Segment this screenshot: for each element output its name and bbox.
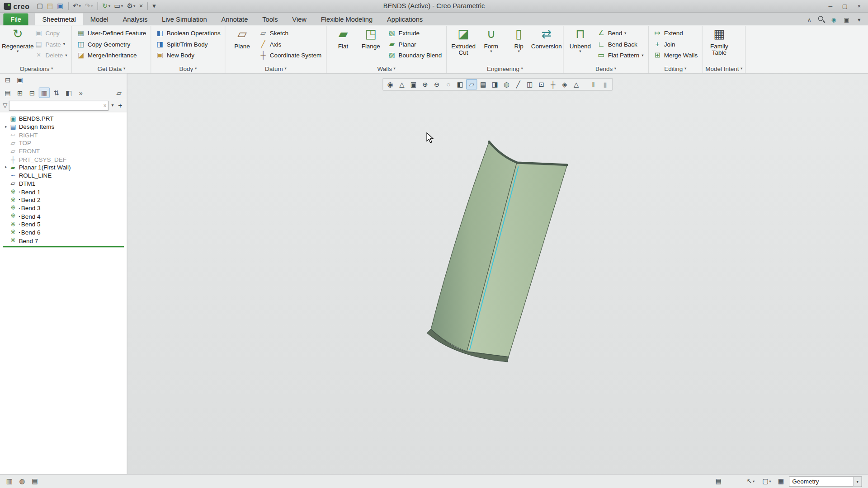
undo-icon[interactable]: ↶ ▾ (71, 1, 82, 11)
filter-funnel-icon[interactable]: ▽ (3, 102, 7, 109)
bend-back-button[interactable]: ∟ Bend Back ▾ (595, 39, 646, 50)
tab-analysis[interactable]: Analysis (116, 13, 155, 25)
filter-dropdown-icon[interactable]: ▾ (110, 103, 115, 108)
saved-orientations-icon[interactable]: ◉ (385, 79, 396, 89)
tab-view[interactable]: View (285, 13, 313, 25)
bend-button[interactable]: ∠ Bend ▾ (595, 28, 646, 38)
boundary-blend-button[interactable]: ▨ Boundary Blend ▾ (386, 50, 443, 61)
copy-button[interactable]: ▣ Copy ▾ (33, 28, 69, 38)
conversion-button[interactable]: ⇄ Conversion ▾ (533, 26, 560, 64)
refit-icon[interactable]: ▣ (408, 79, 419, 89)
ribbon-group-label-walls[interactable]: Walls▾ (329, 64, 443, 73)
tree-item-bend-7[interactable]: ▸ ※ ▪ Bend 7 (0, 236, 127, 244)
expand-arrow-icon[interactable]: ▸ (3, 125, 9, 129)
select-mode-icon[interactable]: ↖ ▾ (743, 476, 758, 487)
tree-item-bend-6[interactable]: ▸ ※ ▪ Bend 6 (0, 228, 127, 236)
copy-geometry-button[interactable]: ◫ Copy Geometry ▾ (75, 39, 148, 50)
regenerate-button[interactable]: ↻ Regenerate ▾ (4, 26, 32, 64)
graphics-area[interactable]: ◉ △ ▣ ⊕ ⊖ (127, 74, 868, 474)
tree-item-bend-5[interactable]: ▸ ※ ▪ Bend 5 (0, 220, 127, 228)
tab-sheetmetal[interactable]: Sheetmetal (35, 13, 83, 25)
web-browser-toggle-icon[interactable]: ◍ ▾ (17, 476, 28, 487)
tree-item-bends-prt[interactable]: ▸ ▣ ▪ BENDS.PRT (0, 114, 127, 122)
pause-icon[interactable]: ‖ (588, 79, 599, 89)
box-select-icon[interactable]: ▢ ▾ (760, 476, 774, 487)
navigator-tree-icon[interactable]: ⊟ (2, 75, 13, 85)
dragger-display-icon[interactable]: ┼ (547, 79, 558, 89)
ribbon-group-label-bends[interactable]: Bends▾ (566, 64, 645, 73)
coordinate-system-button[interactable]: ┼ Coordinate System ▾ (257, 50, 323, 61)
tree-item-dtm1[interactable]: ▸ ▱ ▪ DTM1 (0, 179, 127, 188)
tree-item-design-items[interactable]: ▸ ▤ ▪ Design Items (0, 122, 127, 131)
delete-button[interactable]: × Delete ▾ (33, 50, 69, 61)
spin-center-icon[interactable]: ◈ (559, 79, 570, 89)
repaint-icon[interactable]: ◌ (443, 79, 454, 89)
boolean-operations-button[interactable]: ◧ Boolean Operations ▾ (154, 28, 222, 38)
expand-arrow-icon[interactable]: ▸ (3, 165, 9, 169)
selection-filter-combo[interactable]: Geometry ▾ (789, 476, 862, 487)
form-button[interactable]: ∪ Form ▾ (477, 26, 505, 64)
tab-annotate[interactable]: Annotate (214, 13, 255, 25)
save-icon[interactable]: ▣ ▾ (56, 1, 65, 11)
ribbon-group-label-get-data[interactable]: Get Data▾ (75, 64, 148, 73)
tree-item-roll-line[interactable]: ▸ ∼ ▪ ROLL_LINE (0, 171, 127, 179)
tree-columns-icon[interactable]: ▥ (39, 87, 50, 98)
tab-tools[interactable]: Tools (255, 13, 285, 25)
message-log-icon[interactable]: ▤ ▾ (29, 476, 40, 487)
paste-button[interactable]: ▤ Paste ▾ (33, 39, 69, 50)
tree-item-bend-4[interactable]: ▸ ※ ▪ Bend 4 (0, 212, 127, 220)
ribbon-group-label-datum[interactable]: Datum▾ (228, 64, 323, 73)
tree-item-top-plane[interactable]: ▸ ▱ ▪ TOP (0, 139, 127, 147)
more-options-icon[interactable]: ▾ (855, 15, 864, 24)
plane-button[interactable]: ▱ Plane ▾ (228, 26, 256, 64)
new-body-button[interactable]: ▣ New Body ▾ (154, 50, 222, 61)
axis-button[interactable]: ╱ Axis ▾ (257, 39, 323, 50)
selection-grid-icon[interactable]: ▦ ▾ (776, 476, 787, 487)
tree-item-bend-2[interactable]: ▸ ※ ▪ Bend 2 (0, 196, 127, 204)
snapshot-icon[interactable]: ⊡ (536, 79, 547, 89)
merge-inheritance-button[interactable]: ◪ Merge/Inheritance ▾ (75, 50, 148, 61)
warning-icon[interactable]: △ (571, 79, 581, 89)
ribbon-group-label-body[interactable]: Body▾ (154, 64, 222, 73)
separator[interactable]: ▾ (68, 2, 68, 10)
sketch-button[interactable]: ▱ Sketch ▾ (257, 28, 323, 38)
unbend-button[interactable]: ⊓ Unbend ▾ (566, 26, 594, 64)
standard-orientation-icon[interactable]: △ (396, 79, 407, 89)
tree-item-prt-csys-def[interactable]: ▸ ┼ ▪ PRT_CSYS_DEF (0, 155, 127, 163)
separator[interactable]: ▾ (147, 2, 148, 10)
model-tree-toggle-icon[interactable]: ▥ ▾ (4, 476, 15, 487)
open-file-icon[interactable]: ▤ ▾ (45, 1, 55, 11)
panel-documents-icon[interactable]: ▣ (14, 75, 25, 85)
tab-flexible-modeling[interactable]: Flexible Modeling (314, 13, 380, 25)
tree-item-bend-3[interactable]: ▸ ※ ▪ Bend 3 (0, 204, 127, 212)
resource-center-icon[interactable]: ◉ (829, 15, 838, 24)
flat-wall-button[interactable]: ▰ Flat ▾ (329, 26, 357, 64)
rip-button[interactable]: ▯ Rip ▾ (505, 26, 533, 64)
ribbon-group-label-editing[interactable]: Editing▾ (651, 64, 699, 73)
annotation-display-icon[interactable]: ▤ (478, 79, 489, 89)
tab-live-simulation[interactable]: Live Simulation (155, 13, 214, 25)
extrude-wall-button[interactable]: ▧ Extrude ▾ (386, 28, 443, 38)
insert-here-indicator[interactable] (3, 246, 124, 247)
window-icon[interactable]: ▣ (842, 15, 851, 24)
tree-item-front-plane[interactable]: ▸ ▱ ▪ FRONT (0, 147, 127, 155)
clear-filter-icon[interactable]: × (102, 103, 108, 108)
family-table-button[interactable]: ▦ Family Table ▾ (705, 26, 733, 64)
extend-button[interactable]: ↦ Extend ▾ (651, 28, 699, 38)
appearance-gallery-icon[interactable]: ◍ (501, 79, 512, 89)
ribbon-group-label-model-intent[interactable]: Model Intent▾ (705, 64, 742, 73)
planar-wall-button[interactable]: ▰ Planar ▾ (386, 39, 443, 50)
new-file-icon[interactable]: ▢ ▾ (35, 1, 45, 11)
extruded-cut-button[interactable]: ◪ Extruded Cut ▾ (449, 26, 477, 64)
close-button[interactable]: × (853, 1, 866, 11)
ribbon-group-label-engineering[interactable]: Engineering▾ (449, 64, 560, 73)
display-style-icon[interactable]: ◧ (454, 79, 465, 89)
expand-all-icon[interactable]: ⊞ (14, 87, 25, 98)
tab-applications[interactable]: Applications (380, 13, 430, 25)
zoom-in-icon[interactable]: ⊕ (420, 79, 430, 89)
close-window-icon[interactable]: × ▾ (137, 1, 145, 11)
tree-item-bend-1[interactable]: ▸ ※ ▪ Bend 1 (0, 188, 127, 196)
hidden-line-icon[interactable]: ◫ (524, 79, 535, 89)
stop-icon[interactable]: ▮ (599, 79, 610, 89)
collapse-all-icon[interactable]: ⊟ (27, 87, 38, 98)
